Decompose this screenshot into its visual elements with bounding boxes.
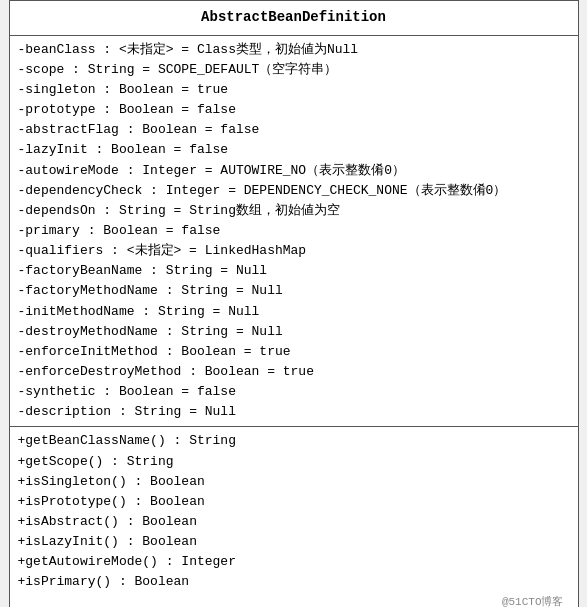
attribute-row: -prototype : Boolean = false <box>18 100 570 120</box>
watermark: @51CTO博客 <box>18 592 570 607</box>
attribute-row: -autowireMode : Integer = AUTOWIRE_NO（表示… <box>18 161 570 181</box>
attributes-section: -beanClass : <未指定> = Class类型，初始値为Null-sc… <box>10 36 578 428</box>
attribute-row: -scope : String = SCOPE_DEFAULT（空字符串） <box>18 60 570 80</box>
attribute-row: -lazyInit : Boolean = false <box>18 140 570 160</box>
attribute-row: -enforceInitMethod : Boolean = true <box>18 342 570 362</box>
attribute-row: -factoryMethodName : String = Null <box>18 281 570 301</box>
attribute-row: -primary : Boolean = false <box>18 221 570 241</box>
attribute-row: -description : String = Null <box>18 402 570 422</box>
method-row: +isPrimary() : Boolean <box>18 572 570 592</box>
attribute-row: -dependsOn : String = String数组，初始値为空 <box>18 201 570 221</box>
attribute-row: -beanClass : <未指定> = Class类型，初始値为Null <box>18 40 570 60</box>
method-row: +getBeanClassName() : String <box>18 431 570 451</box>
method-row: +isAbstract() : Boolean <box>18 512 570 532</box>
attribute-row: -destroyMethodName : String = Null <box>18 322 570 342</box>
attribute-row: -initMethodName : String = Null <box>18 302 570 322</box>
methods-section: +getBeanClassName() : String+getScope() … <box>10 427 578 607</box>
method-row: +getAutowireMode() : Integer <box>18 552 570 572</box>
attribute-row: -dependencyCheck : Integer = DEPENDENCY_… <box>18 181 570 201</box>
method-row: +isPrototype() : Boolean <box>18 492 570 512</box>
attribute-row: -singleton : Boolean = true <box>18 80 570 100</box>
uml-title: AbstractBeanDefinition <box>10 1 578 36</box>
attribute-row: -factoryBeanName : String = Null <box>18 261 570 281</box>
attribute-row: -abstractFlag : Boolean = false <box>18 120 570 140</box>
uml-diagram: AbstractBeanDefinition -beanClass : <未指定… <box>9 0 579 607</box>
attribute-row: -synthetic : Boolean = false <box>18 382 570 402</box>
attribute-row: -enforceDestroyMethod : Boolean = true <box>18 362 570 382</box>
method-row: +isLazyInit() : Boolean <box>18 532 570 552</box>
method-row: +getScope() : String <box>18 452 570 472</box>
method-row: +isSingleton() : Boolean <box>18 472 570 492</box>
attribute-row: -qualifiers : <未指定> = LinkedHashMap <box>18 241 570 261</box>
